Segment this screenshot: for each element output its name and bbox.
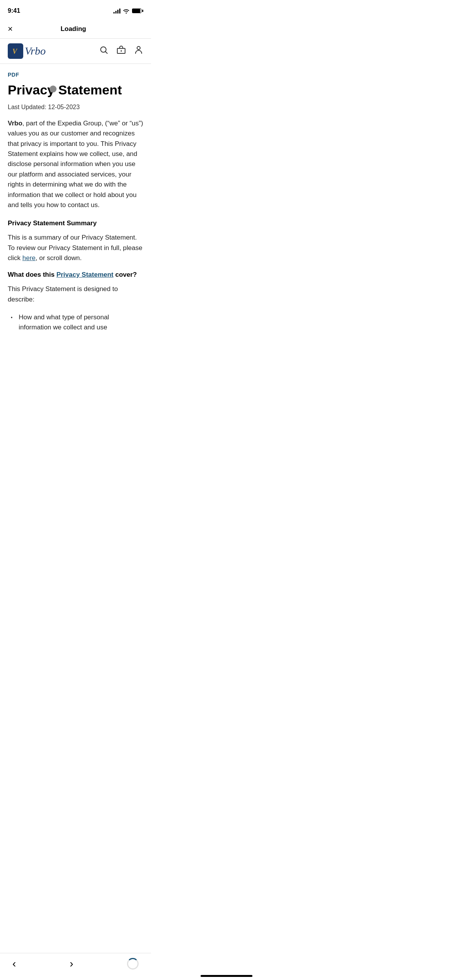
privacy-statement-link[interactable]: Privacy Statement [57, 271, 113, 278]
nav-header: × Loading [0, 19, 151, 39]
vrbo-logo-icon: V [8, 43, 23, 59]
intro-text-body: , part of the Expedia Group, (“we” or “u… [8, 120, 143, 209]
content-area: PDF Privacy Statement Last Updated: 12-0… [0, 64, 151, 364]
wifi-icon [123, 8, 130, 14]
last-updated: Last Updated: 12-05-2023 [8, 104, 143, 111]
svg-point-5 [137, 46, 140, 50]
page-title: Privacy Statement [8, 82, 143, 98]
svg-line-2 [106, 52, 108, 54]
bullet-item: • How and what type of personal informat… [8, 312, 143, 333]
account-icon[interactable] [134, 45, 143, 57]
signal-bars-icon [113, 8, 120, 14]
battery-icon [132, 9, 143, 13]
section2-heading-pre: What does this [8, 271, 57, 278]
trips-icon[interactable] [116, 45, 126, 57]
section1-body: This is a summary of our Privacy Stateme… [8, 233, 143, 263]
section2-heading-post: cover? [113, 271, 137, 278]
intro-paragraph: Vrbo, part of the Expedia Group, (“we” o… [8, 118, 143, 210]
vrbo-header: V Vrbo [0, 39, 151, 64]
nav-title: Loading [60, 25, 86, 33]
section1-text2: , or scroll down. [36, 254, 82, 262]
section2-body: This Privacy Statement is designed to de… [8, 284, 143, 305]
section2-heading: What does this Privacy Statement cover? [8, 271, 143, 279]
search-icon[interactable] [99, 45, 108, 57]
bullet-text: How and what type of personal informatio… [19, 312, 143, 333]
vrbo-logo[interactable]: V Vrbo [8, 43, 46, 59]
bullet-list: • How and what type of personal informat… [8, 312, 143, 333]
vrbo-bold: Vrbo [8, 120, 22, 127]
vrbo-logo-text: Vrbo [25, 45, 46, 57]
here-link[interactable]: here [22, 254, 36, 262]
vrbo-nav-icons [99, 45, 143, 57]
pdf-label: PDF [8, 72, 143, 78]
section1-heading: Privacy Statement Summary [8, 219, 143, 227]
status-icons [113, 8, 143, 14]
status-time: 9:41 [8, 7, 20, 14]
loading-dot [50, 86, 57, 93]
status-bar: 9:41 [0, 0, 151, 19]
bullet-dot-icon: • [11, 314, 12, 333]
svg-text:V: V [12, 48, 18, 55]
close-button[interactable]: × [8, 25, 13, 33]
